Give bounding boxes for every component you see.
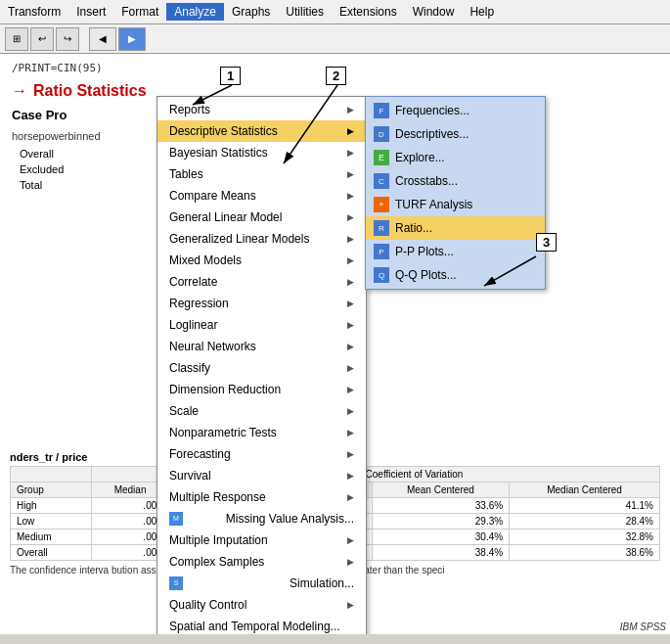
arrow-icon: ▶ bbox=[347, 557, 354, 567]
toolbar-btn-2[interactable]: ↩ bbox=[30, 27, 54, 51]
arrow-icon: ▶ bbox=[347, 191, 354, 201]
menu-neural-networks[interactable]: Neural Networks ▶ bbox=[157, 336, 366, 357]
menubar-graphs[interactable]: Graphs bbox=[224, 3, 278, 21]
desc-submenu: F Frequencies... D Descriptives... E Exp… bbox=[365, 96, 546, 290]
toolbar-btn-4[interactable]: ◀ bbox=[89, 27, 116, 51]
menu-missing-value[interactable]: M Missing Value Analysis... bbox=[157, 508, 366, 529]
toolbar: ⊞ ↩ ↪ ◀ ▶ bbox=[0, 24, 670, 54]
arrow-icon: ▶ bbox=[347, 169, 354, 179]
menubar-format[interactable]: Format bbox=[113, 3, 166, 21]
menu-simulation[interactable]: S Simulation... bbox=[157, 573, 366, 594]
menu-generalized-linear[interactable]: Generalized Linear Models ▶ bbox=[157, 228, 366, 250]
menu-spatial-temporal[interactable]: Spatial and Temporal Modeling... bbox=[157, 616, 366, 634]
annotation-1: 1 bbox=[220, 69, 241, 83]
submenu-pp-plots[interactable]: P P-P Plots... bbox=[366, 240, 545, 263]
turf-icon: + bbox=[374, 197, 389, 212]
explore-icon: E bbox=[374, 150, 389, 165]
menu-descriptive-statistics[interactable]: Descriptive Statistics ▶ bbox=[157, 120, 366, 142]
table-row: Overall bbox=[12, 146, 71, 161]
menu-mixed-models[interactable]: Mixed Models ▶ bbox=[157, 250, 366, 271]
toolbar-btn-5[interactable]: ▶ bbox=[118, 27, 146, 51]
menu-tables[interactable]: Tables ▶ bbox=[157, 163, 366, 185]
menu-survival[interactable]: Survival ▶ bbox=[157, 465, 366, 486]
arrow-icon: ▶ bbox=[347, 105, 354, 115]
toolbar-btn-1[interactable]: ⊞ bbox=[5, 27, 28, 51]
submenu-crosstabs[interactable]: C Crosstabs... bbox=[366, 169, 545, 193]
arrow-icon: ▶ bbox=[347, 363, 354, 373]
arrow-icon: ▶ bbox=[347, 234, 354, 244]
menu-quality-control[interactable]: Quality Control ▶ bbox=[157, 594, 366, 616]
menu-general-linear[interactable]: General Linear Model ▶ bbox=[157, 207, 366, 228]
menu-loglinear[interactable]: Loglinear ▶ bbox=[157, 314, 366, 336]
menubar: Transform Insert Format Analyze Graphs U… bbox=[0, 0, 670, 24]
menubar-help[interactable]: Help bbox=[462, 3, 502, 21]
menu-compare-means[interactable]: Compare Means ▶ bbox=[157, 185, 366, 207]
arrow-icon: ▶ bbox=[347, 449, 354, 459]
arrow-icon: ▶ bbox=[347, 255, 354, 265]
menubar-transform[interactable]: Transform bbox=[0, 3, 68, 21]
submenu-turf[interactable]: + TURF Analysis bbox=[366, 193, 545, 216]
menu-scale[interactable]: Scale ▶ bbox=[157, 400, 366, 422]
menubar-utilities[interactable]: Utilities bbox=[278, 3, 332, 21]
table-row: Excluded bbox=[12, 161, 71, 177]
analyze-menu: Reports ▶ Descriptive Statistics ▶ Bayes… bbox=[156, 96, 367, 634]
arrow-icon: ▶ bbox=[347, 148, 354, 158]
annotation-2: 2 bbox=[326, 69, 346, 83]
menu-correlate[interactable]: Correlate ▶ bbox=[157, 271, 366, 293]
menu-forecasting[interactable]: Forecasting ▶ bbox=[157, 443, 366, 465]
menu-classify[interactable]: Classify ▶ bbox=[157, 357, 366, 379]
arrow-icon: ▶ bbox=[347, 342, 354, 351]
arrow-icon: ▶ bbox=[347, 212, 354, 222]
menu-dimension-reduction[interactable]: Dimension Reduction ▶ bbox=[157, 379, 366, 400]
ratio-icon: R bbox=[374, 220, 389, 236]
main-area: /PRINT=CIN(95) Ratio Statistics Case Pro… bbox=[0, 54, 670, 634]
menu-bayesian[interactable]: Bayesian Statistics ▶ bbox=[157, 142, 366, 163]
arrow-icon: ▶ bbox=[347, 320, 354, 330]
case-table: Overall Excluded Total bbox=[12, 146, 71, 193]
ibm-spss-watermark: IBM SPSS bbox=[620, 621, 666, 632]
submenu-qq-plots[interactable]: Q Q-Q Plots... bbox=[366, 263, 545, 287]
simulation-icon: S bbox=[169, 576, 183, 590]
submenu-descriptives[interactable]: D Descriptives... bbox=[366, 122, 545, 146]
annotation-3: 3 bbox=[536, 235, 557, 250]
arrow-icon: ▶ bbox=[347, 471, 354, 481]
arrow-icon: ▶ bbox=[347, 299, 354, 308]
table-row: Total bbox=[12, 177, 71, 193]
menu-complex-samples[interactable]: Complex Samples ▶ bbox=[157, 551, 366, 573]
pp-plots-icon: P bbox=[374, 244, 389, 259]
submenu-explore[interactable]: E Explore... bbox=[366, 146, 545, 169]
missing-value-icon: M bbox=[169, 512, 183, 526]
arrow-icon: ▶ bbox=[347, 385, 354, 394]
arrow-icon: ▶ bbox=[347, 406, 354, 416]
submenu-ratio[interactable]: R Ratio... bbox=[366, 216, 545, 240]
menu-regression[interactable]: Regression ▶ bbox=[157, 293, 366, 314]
frequencies-icon: F bbox=[374, 103, 389, 118]
menu-multiple-imputation[interactable]: Multiple Imputation ▶ bbox=[157, 529, 366, 551]
arrow-icon: ▶ bbox=[347, 535, 354, 545]
descriptives-icon: D bbox=[374, 126, 389, 142]
submenu-frequencies[interactable]: F Frequencies... bbox=[366, 99, 545, 122]
menu-nonparametric[interactable]: Nonparametric Tests ▶ bbox=[157, 422, 366, 443]
menu-multiple-response[interactable]: Multiple Response ▶ bbox=[157, 486, 366, 508]
arrow-icon: ▶ bbox=[347, 126, 354, 136]
arrow-icon: ▶ bbox=[347, 428, 354, 437]
menubar-analyze[interactable]: Analyze bbox=[166, 3, 224, 21]
menubar-window[interactable]: Window bbox=[405, 3, 463, 21]
menubar-insert[interactable]: Insert bbox=[68, 3, 113, 21]
menubar-extensions[interactable]: Extensions bbox=[332, 3, 405, 21]
arrow-icon: ▶ bbox=[347, 600, 354, 610]
menu-reports[interactable]: Reports ▶ bbox=[157, 99, 366, 120]
qq-plots-icon: Q bbox=[374, 267, 389, 283]
crosstabs-icon: C bbox=[374, 173, 389, 189]
arrow-icon: ▶ bbox=[347, 492, 354, 502]
toolbar-btn-3[interactable]: ↪ bbox=[56, 27, 79, 51]
arrow-icon: ▶ bbox=[347, 277, 354, 287]
